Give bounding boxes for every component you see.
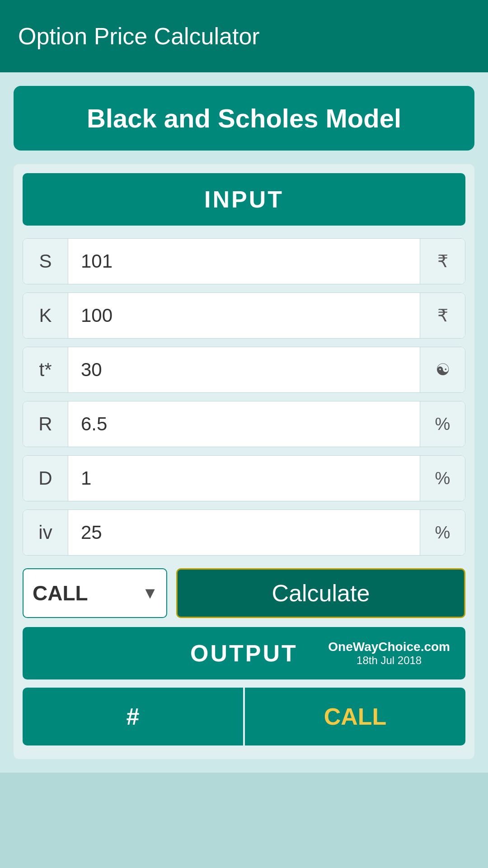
label-s: S [23,239,68,284]
footer-hash[interactable]: # [23,688,243,745]
calculate-button[interactable]: Calculate [176,568,465,618]
option-type-dropdown-wrapper[interactable]: CALL PUT ▼ [23,568,167,618]
field-k[interactable] [68,293,420,338]
input-row-r: R % [23,401,465,447]
field-iv[interactable] [68,510,420,555]
yinyang-icon: ☯ [436,360,450,379]
watermark: OneWayChoice.com 18th Jul 2018 [322,636,456,670]
unit-k: ₹ [420,293,465,338]
model-title: Black and Scholes Model [87,104,401,133]
input-row-iv: iv % [23,509,465,556]
label-k: K [23,293,68,338]
unit-s: ₹ [420,239,465,284]
unit-r: % [420,401,465,447]
app-bar: Option Price Calculator [0,0,488,72]
input-row-s: S ₹ [23,238,465,284]
content-area: Black and Scholes Model INPUT S ₹ K ₹ t*… [0,72,488,773]
input-row-k: K ₹ [23,292,465,339]
chevron-down-icon: ▼ [142,584,166,603]
unit-iv: % [420,510,465,555]
watermark-date: 18th Jul 2018 [328,654,450,667]
output-label: OUTPUT [190,640,298,666]
label-iv: iv [23,510,68,555]
unit-t: ☯ [420,347,465,392]
unit-d: % [420,456,465,501]
footer-call[interactable]: CALL [245,688,465,745]
field-r[interactable] [68,401,420,447]
model-banner: Black and Scholes Model [14,86,474,151]
input-banner: INPUT [23,173,465,226]
actions-row: CALL PUT ▼ Calculate [23,568,465,618]
input-card: INPUT S ₹ K ₹ t* ☯ R % [14,164,474,759]
watermark-site: OneWayChoice.com [328,640,450,654]
app-title: Option Price Calculator [18,23,260,50]
field-s[interactable] [68,239,420,284]
input-row-d: D % [23,455,465,501]
output-banner: OUTPUT OneWayChoice.com 18th Jul 2018 [23,627,465,679]
field-t[interactable] [68,347,420,392]
option-type-select[interactable]: CALL PUT [23,569,142,617]
input-label: INPUT [204,186,284,212]
input-row-t: t* ☯ [23,347,465,393]
field-d[interactable] [68,456,420,501]
label-t: t* [23,347,68,392]
label-r: R [23,401,68,447]
label-d: D [23,456,68,501]
output-footer: # CALL [23,688,465,745]
